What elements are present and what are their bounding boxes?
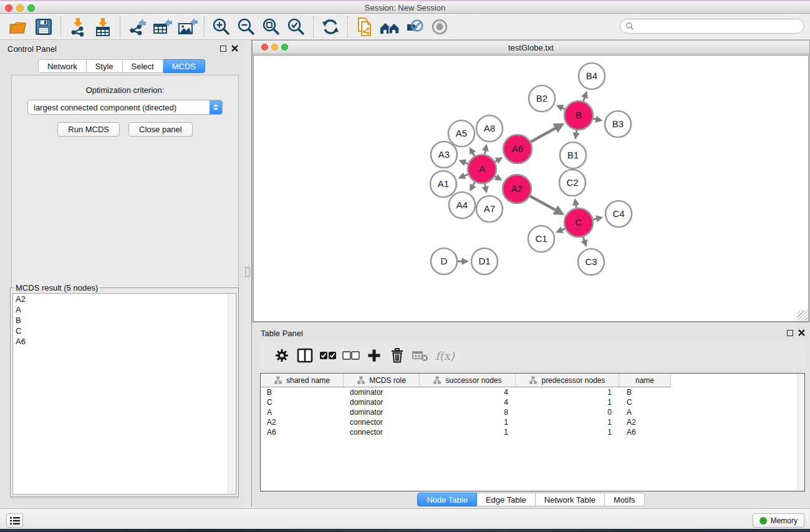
table-cell[interactable]: 1 <box>516 398 619 407</box>
table-cell[interactable]: 1 <box>420 418 516 427</box>
tab-network-table[interactable]: Network Table <box>536 493 605 506</box>
run-mcds-button[interactable]: Run MCDS <box>57 122 120 137</box>
export-image-button[interactable] <box>175 15 200 39</box>
list-item[interactable]: A6 <box>13 336 236 347</box>
graph-edge-B-B1[interactable] <box>576 130 577 138</box>
table-cell[interactable]: connector <box>344 428 420 437</box>
divider-handle[interactable] <box>245 267 250 277</box>
panel-divider[interactable] <box>243 40 252 507</box>
graph-edge-C-C2[interactable] <box>575 200 576 208</box>
clone-network-button[interactable] <box>352 15 377 39</box>
graph-edge-B-B3[interactable] <box>593 118 600 120</box>
table-row[interactable]: Cdominator41C <box>261 397 804 407</box>
list-item[interactable]: A <box>13 304 236 315</box>
show-graphics-button[interactable] <box>427 15 452 39</box>
close-panel-icon[interactable] <box>798 329 805 336</box>
refresh-button[interactable] <box>318 15 343 39</box>
export-table-button[interactable] <box>150 15 175 39</box>
table-cell[interactable]: 4 <box>420 398 516 407</box>
result-list-scrollbar[interactable] <box>228 294 236 494</box>
window-resize-grip[interactable] <box>798 311 808 321</box>
graph-edge-A-A5[interactable] <box>470 148 475 156</box>
tab-node-table[interactable]: Node Table <box>417 493 477 506</box>
close-panel-icon[interactable] <box>231 45 238 52</box>
graph-edge-A-A1[interactable] <box>460 175 468 178</box>
network-window-titlebar[interactable]: testGlobe.txt <box>253 41 809 54</box>
table-cell[interactable]: 0 <box>516 408 619 417</box>
table-cell[interactable]: A <box>261 408 344 417</box>
float-panel-icon[interactable] <box>220 46 226 52</box>
open-session-button[interactable] <box>6 15 31 39</box>
graph-edge-A-A2[interactable] <box>495 177 501 180</box>
table-cell[interactable]: C <box>261 398 344 407</box>
function-builder-button[interactable]: f(x) <box>435 349 455 362</box>
tab-motifs[interactable]: Motifs <box>605 493 645 506</box>
graph-edge-A-A7[interactable] <box>485 184 486 192</box>
table-cell[interactable]: 1 <box>516 388 619 397</box>
delete-table-button[interactable] <box>408 344 432 367</box>
mcds-result-list[interactable]: A2ABCA6 <box>12 293 236 495</box>
table-row[interactable]: Adominator80A <box>261 407 804 417</box>
table-cell[interactable]: A <box>619 408 671 417</box>
table-row[interactable]: Bdominator41B <box>261 387 804 397</box>
graph-edge-A-A3[interactable] <box>460 161 468 164</box>
network-canvas[interactable]: B4B2BB3A5A8A6A3B1AA1C2A2A4A7C4CC1C3DD1 <box>253 55 809 322</box>
home-button[interactable] <box>377 15 402 39</box>
search-input[interactable] <box>634 20 804 32</box>
column-header-name[interactable]: name <box>619 374 671 387</box>
memory-button[interactable]: Memory <box>753 513 804 528</box>
table-cell[interactable]: 1 <box>516 418 619 427</box>
import-table-button[interactable] <box>90 15 115 39</box>
table-row[interactable]: A2connector11A2 <box>261 417 804 427</box>
network-graph[interactable]: B4B2BB3A5A8A6A3B1AA1C2A2A4A7C4CC1C3DD1 <box>254 56 808 321</box>
graph-edge-C-C1[interactable] <box>557 229 565 232</box>
table-cell[interactable]: dominator <box>344 388 420 397</box>
graph-edge-A2-C[interactable] <box>530 196 562 213</box>
table-cell[interactable]: 1 <box>420 428 516 437</box>
table-cell[interactable]: B <box>619 388 671 397</box>
tab-edge-table[interactable]: Edge Table <box>477 493 536 506</box>
table-cell[interactable]: 1 <box>516 428 619 437</box>
column-header-shared-name[interactable]: shared name <box>261 374 344 387</box>
graph-edge-C-C3[interactable] <box>583 237 586 245</box>
delete-column-button[interactable] <box>385 344 408 367</box>
table-cell[interactable]: 8 <box>420 408 516 417</box>
select-all-button[interactable] <box>316 344 339 367</box>
table-cell[interactable]: A2 <box>261 418 344 427</box>
column-header-predecessor-nodes[interactable]: predecessor nodes <box>516 374 619 387</box>
graph-edge-A6-B[interactable] <box>531 124 562 142</box>
close-panel-button[interactable]: Close panel <box>128 122 193 137</box>
graph-edge-A-A6[interactable] <box>495 158 501 162</box>
column-header-mcds-role[interactable]: MCDS role <box>344 374 420 387</box>
float-panel-icon[interactable] <box>787 330 793 336</box>
import-network-button[interactable] <box>65 15 90 39</box>
graph-edge-A-A8[interactable] <box>485 146 486 155</box>
table-options-button[interactable] <box>270 344 293 367</box>
zoom-out-button[interactable] <box>234 15 259 39</box>
list-item[interactable]: A2 <box>13 294 236 304</box>
table-cell[interactable]: 4 <box>420 388 516 397</box>
hide-labels-button[interactable] <box>402 15 427 39</box>
save-session-button[interactable] <box>31 15 56 39</box>
table-cell[interactable]: A6 <box>261 428 344 437</box>
table-cell[interactable]: C <box>619 398 671 407</box>
deselect-all-button[interactable] <box>339 344 362 367</box>
task-history-button[interactable] <box>6 513 23 528</box>
tab-mcds[interactable]: MCDS <box>163 59 205 73</box>
column-header-successor-nodes[interactable]: successor nodes <box>420 374 516 387</box>
graph-edge-B-B4[interactable] <box>584 93 587 102</box>
create-column-button[interactable] <box>362 344 385 367</box>
zoom-selected-button[interactable] <box>284 15 309 39</box>
graph-edge-C-C4[interactable] <box>593 218 601 220</box>
table-cell[interactable]: B <box>261 388 344 397</box>
table-row[interactable]: A6connector11A6 <box>261 427 804 437</box>
show-columns-button[interactable] <box>293 344 316 367</box>
table-cell[interactable]: A6 <box>619 428 671 437</box>
table-cell[interactable]: dominator <box>344 408 420 417</box>
zoom-in-button[interactable] <box>209 15 234 39</box>
list-item[interactable]: C <box>13 326 236 336</box>
graph-edge-A-A4[interactable] <box>471 182 475 190</box>
table-cell[interactable]: dominator <box>344 398 420 407</box>
tab-style[interactable]: Style <box>87 59 123 73</box>
table-cell[interactable]: A2 <box>619 418 671 427</box>
